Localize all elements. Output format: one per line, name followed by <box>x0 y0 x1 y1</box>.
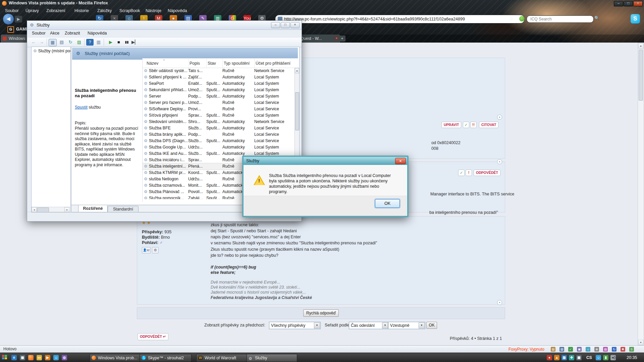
close-button[interactable]: × <box>633 1 643 6</box>
service-row[interactable]: ⚙Sekundární přihlaš...Umož...Spušt...Aut… <box>143 87 294 93</box>
maximize-button[interactable]: □ <box>624 1 633 6</box>
menu-historie[interactable]: Historie <box>74 8 89 13</box>
pause-service-icon[interactable]: ▮▮ <box>123 39 130 46</box>
dialog-ok-button[interactable]: OK <box>375 199 400 208</box>
quote-button[interactable]: CITOVAT <box>479 122 498 128</box>
show-desktop-icon[interactable]: ▣ <box>20 355 25 360</box>
service-row[interactable]: ⚙Služba Google Up...Udržu...AutomatickyL… <box>143 144 294 150</box>
menu-upravy[interactable]: Úpravy <box>25 8 39 13</box>
service-row[interactable]: ⚙Sběr událostí systé...Tato s...RučněNet… <box>143 68 294 74</box>
volume-icon[interactable]: ◄) <box>610 355 616 360</box>
sync-status-icon[interactable]: ↻ <box>612 347 616 352</box>
restart-service-icon[interactable]: ▶▏ <box>131 39 139 46</box>
task-skype[interactable]: S Skype™ - strouhal2 <box>140 354 192 362</box>
menu-napoveda[interactable]: Nápověda <box>88 31 107 36</box>
refresh-icon[interactable]: ↻ <box>67 39 74 46</box>
task-wow[interactable]: W World of Warcraft <box>196 354 248 362</box>
filter-ok-button[interactable]: OK <box>426 322 437 329</box>
menu-napoveda[interactable]: Nápověda <box>168 8 187 13</box>
service-row[interactable]: ⚙SeaPortEnabl...Spušt...AutomatickyLocal… <box>143 80 294 87</box>
back-button[interactable]: ◀ <box>3 13 14 25</box>
zoom-status-icon[interactable]: ⊕ <box>594 347 599 352</box>
service-row[interactable]: ⚙Server pro řazení p...Umož...RučněLocal… <box>143 100 294 106</box>
col-popis[interactable]: Popis <box>190 61 200 66</box>
minimize-button[interactable]: – <box>614 1 623 6</box>
profile-badge-sz[interactable]: 👤sz <box>142 247 151 253</box>
tab-close-icon[interactable]: × <box>334 36 339 41</box>
close-button[interactable]: × <box>290 22 300 28</box>
tray-display-icon[interactable]: ▣ <box>576 355 582 360</box>
ie-icon[interactable]: e <box>11 355 17 360</box>
noscript-status-icon[interactable]: S <box>629 347 634 352</box>
forward-icon[interactable]: → <box>38 39 45 46</box>
dialog-close-button[interactable]: × <box>395 158 406 164</box>
report-icon[interactable]: ! <box>466 170 472 176</box>
forward-button[interactable]: ▶ <box>15 16 22 22</box>
export-list-icon[interactable]: ▨ <box>75 39 83 46</box>
order-select[interactable]: Vzestupně▼ <box>388 322 425 329</box>
dropdown-arrow-icon[interactable]: ▼ <box>314 322 320 328</box>
approve-check-icon[interactable]: ✓ <box>463 122 469 128</box>
language-indicator[interactable]: CS <box>586 355 592 360</box>
folder-icon[interactable]: ▭ <box>37 355 42 360</box>
service-row[interactable]: ⚙Sledování umístěn...Shro...Spušt...Auto… <box>143 119 294 125</box>
tab-standardni[interactable]: Standardní <box>108 206 139 213</box>
back-icon[interactable]: ← <box>30 39 37 46</box>
tray-update-icon[interactable]: ▲ <box>554 355 559 360</box>
services-titlebar[interactable]: ⚙ Služby – □ × <box>27 21 302 30</box>
scrapbook-status-icon[interactable]: ▤ <box>551 347 555 352</box>
reply-small-button[interactable]: ODPOVĚDĚT <box>474 170 500 176</box>
service-row[interactable]: ⚙SiSoftware Deploy...Provi...RučněLocal … <box>143 106 294 112</box>
search-magnifier-icon[interactable]: 🔍 <box>594 16 601 22</box>
service-row[interactable]: ⚙ServerPodp...Spušt...AutomatickyLocal S… <box>143 93 294 100</box>
tray-power-icon[interactable]: ▮ <box>603 355 608 360</box>
service-row[interactable]: ⚙Síťová připojeníSprav...Spušt...RučněLo… <box>143 112 294 119</box>
weather-status-icon[interactable]: ☼ <box>586 347 590 352</box>
menu-zalozky[interactable]: Záložky <box>97 8 112 13</box>
menu-nastroje[interactable]: Nástroje <box>146 8 161 13</box>
col-typ[interactable]: Typ spouštění <box>224 61 250 66</box>
addon-status-icon[interactable]: ▣ <box>577 347 582 352</box>
tab-rozsirene[interactable]: Rozšířené <box>78 205 108 213</box>
reply-button[interactable]: ODPOVĚDĚT ↵ <box>138 333 168 340</box>
service-row[interactable]: ⚙Služba BFESlužb...Spušt...AutomatickyLo… <box>143 125 294 131</box>
menu-zobrazit[interactable]: Zobrazit <box>65 31 80 36</box>
tray-messenger-icon[interactable]: ☺ <box>596 355 601 360</box>
start-button[interactable] <box>2 355 7 360</box>
tray-network-icon[interactable]: ▥ <box>561 355 567 360</box>
menu-akce[interactable]: Akce <box>50 31 59 36</box>
console-tree-icon[interactable]: ▦ <box>49 39 57 46</box>
firefox-icon[interactable] <box>28 355 34 360</box>
service-row[interactable]: ⚙Služba DPS (Diagn...Služb...Spušt...Aut… <box>143 138 294 144</box>
edit-button[interactable]: UPRAVIT <box>441 122 461 128</box>
dropdown-arrow-icon[interactable]: ▼ <box>382 322 388 328</box>
dialog-titlebar[interactable]: Služby × <box>244 157 407 165</box>
minimize-button[interactable]: – <box>271 22 280 28</box>
top-arrow-icon[interactable]: ▴ <box>497 300 502 305</box>
task-services[interactable]: ⚙ Služby <box>247 354 297 362</box>
url-bar[interactable]: http://www.pc-forum.cz/viewtopic.php?f=4… <box>275 15 525 23</box>
menu-zobrazeni[interactable]: Zobrazení <box>46 8 65 13</box>
menu-scrapbook[interactable]: ScrapBook <box>119 8 140 13</box>
foxyproxy-status[interactable]: FoxyProxy: Vypnuto <box>508 347 544 352</box>
report-icon[interactable]: !! <box>470 122 477 128</box>
tree-item-services[interactable]: ⚙Služby (místní poč <box>33 49 71 53</box>
translate-status-icon[interactable]: ✓ <box>568 347 573 352</box>
quick-reply-button[interactable]: Rychlá odpověď <box>303 309 339 317</box>
tray-foxyproxy-icon[interactable]: ● <box>547 355 552 360</box>
dropdown-arrow-icon[interactable]: ▼ <box>419 322 425 328</box>
start-service-icon[interactable]: ▶ <box>107 39 114 46</box>
new-tab-button[interactable]: + <box>339 36 345 42</box>
service-row[interactable]: ⚙Sdílení připojení k ...Zajišť...Automat… <box>143 74 294 80</box>
notes-status-icon[interactable]: ▥ <box>559 347 564 352</box>
extended-view-icon[interactable]: ▥ <box>95 39 102 46</box>
top-arrow-icon[interactable]: ▴ <box>497 115 502 120</box>
messenger-icon[interactable]: ☺ <box>53 355 59 360</box>
help-icon[interactable]: ? <box>86 39 94 46</box>
browser-icon[interactable]: ◎ <box>62 355 67 360</box>
col-nazev[interactable]: Název <box>147 61 158 66</box>
menu-soubor[interactable]: Soubor <box>32 31 46 36</box>
menu-soubor[interactable]: Soubor <box>5 8 19 13</box>
approve-check-icon[interactable]: ✓ <box>458 170 465 176</box>
sort-select[interactable]: Čas odeslání▼ <box>349 322 389 329</box>
